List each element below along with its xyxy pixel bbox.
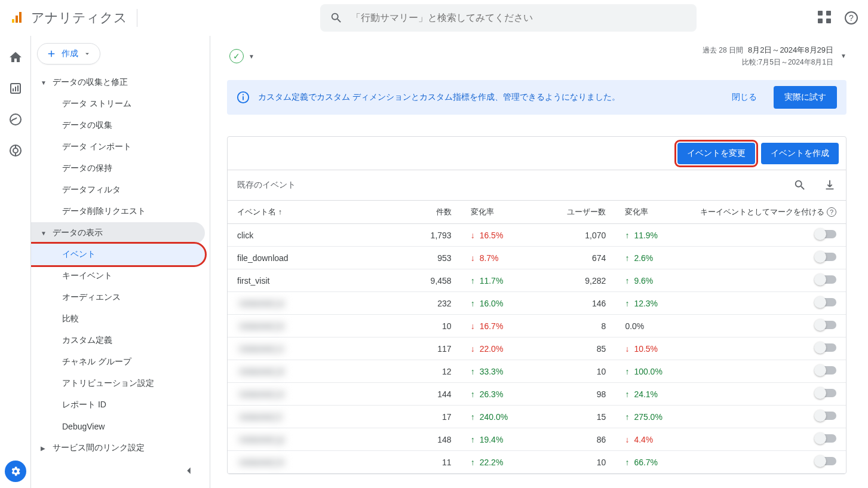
key-event-toggle[interactable]	[816, 321, 836, 329]
col-key-event: キーイベントとしてマークを付ける?	[682, 201, 846, 224]
card-subtitle: 既存のイベント	[237, 180, 296, 191]
svg-rect-8	[17, 85, 19, 91]
key-event-toggle[interactable]	[816, 389, 836, 397]
svg-text:?: ?	[849, 13, 854, 23]
table-row: redacted_c117↓22.0%85↓10.5%	[228, 337, 846, 360]
collapse-sidebar-button[interactable]	[182, 464, 195, 481]
key-event-toggle[interactable]	[816, 434, 836, 443]
tree-group-display[interactable]: ▼ データの表示	[31, 222, 205, 244]
brand-title: アナリティクス	[31, 9, 137, 27]
info-banner: カスタム定義でカスタム ディメンションとカスタム指標を作成、管理できるようになり…	[227, 80, 846, 115]
key-event-toggle[interactable]	[816, 253, 836, 261]
tree-group-links[interactable]: ▶ サービス間のリンク設定	[31, 437, 210, 459]
col-users-delta[interactable]: 変化率	[615, 201, 682, 224]
table-row: click1,793↓16.5%1,070↑11.9%	[228, 224, 846, 247]
key-event-toggle[interactable]	[816, 298, 836, 306]
chevron-left-icon	[182, 464, 195, 477]
col-count-delta[interactable]: 変化率	[461, 201, 522, 224]
key-event-toggle[interactable]	[816, 230, 836, 238]
card-subtitle-row: 既存のイベント	[228, 170, 846, 200]
table-search-icon[interactable]	[793, 179, 806, 192]
arrow-down-icon: ↓	[625, 435, 629, 444]
svg-point-9	[10, 114, 21, 125]
explore-icon[interactable]	[8, 112, 23, 127]
sidebar-item[interactable]: データの保持	[31, 158, 210, 179]
create-event-button[interactable]: イベントを作成	[761, 143, 839, 164]
event-name-blurred: redacted_h	[237, 458, 286, 467]
status-check-icon[interactable]: ✓	[229, 49, 244, 63]
arrow-down-icon: ↓	[625, 344, 629, 354]
sidebar-item[interactable]: チャネル グループ	[31, 351, 210, 373]
key-event-toggle[interactable]	[816, 366, 836, 375]
home-icon[interactable]	[8, 50, 23, 65]
svg-rect-14	[243, 94, 244, 96]
svg-rect-7	[15, 87, 16, 91]
event-name[interactable]: first_visit	[237, 276, 269, 286]
status-dropdown-caret[interactable]: ▼	[249, 53, 254, 60]
reports-icon[interactable]	[8, 81, 23, 96]
arrow-up-icon: ↑	[471, 458, 475, 467]
download-icon[interactable]	[823, 179, 836, 192]
date-range-picker[interactable]: 過去 28 日間8月2日～2024年8月29日 比較:7月5日～2024年8月1…	[703, 44, 846, 68]
svg-point-11	[13, 148, 18, 153]
key-event-toggle[interactable]	[816, 275, 836, 284]
sidebar-item[interactable]: データ ストリーム	[31, 93, 210, 115]
search-input[interactable]	[351, 13, 687, 23]
event-name-blurred: redacted_a	[237, 299, 286, 308]
sidebar-item[interactable]: DebugView	[31, 416, 210, 437]
arrow-up-icon: ↑	[625, 367, 629, 376]
event-name-blurred: redacted_d	[237, 367, 286, 376]
sidebar-item[interactable]: データフィルタ	[31, 179, 210, 201]
create-button[interactable]: 作成	[37, 43, 100, 65]
chevron-down-icon	[83, 50, 91, 58]
event-name[interactable]: click	[237, 231, 253, 240]
event-name[interactable]: file_download	[237, 253, 289, 263]
sidebar-item[interactable]: データ削除リクエスト	[31, 201, 210, 222]
table-row: redacted_h11↑22.2%10↑66.7%	[228, 451, 846, 474]
sidebar-item[interactable]: オーディエンス	[31, 287, 210, 308]
admin-gear-button[interactable]	[5, 461, 26, 482]
help-icon[interactable]: ?	[844, 11, 858, 25]
sidebar-item[interactable]: アトリビューション設定	[31, 373, 210, 394]
event-name-blurred: redacted_e	[237, 389, 286, 399]
sort-asc-icon: ↑	[278, 207, 283, 216]
create-button-label: 作成	[62, 48, 78, 59]
help-icon[interactable]: ?	[827, 207, 836, 217]
banner-close-button[interactable]: 閉じる	[723, 88, 765, 106]
sidebar-item[interactable]: イベント	[31, 244, 205, 265]
tree-group-collect[interactable]: ▼ データの収集と修正	[31, 72, 210, 93]
key-event-toggle[interactable]	[816, 412, 836, 420]
svg-rect-13	[243, 96, 244, 100]
sidebar-item[interactable]: レポート ID	[31, 394, 210, 416]
col-event-name[interactable]: イベント名 ↑	[228, 201, 403, 224]
gear-icon	[10, 465, 22, 477]
sidebar-item[interactable]: カスタム定義	[31, 330, 210, 351]
events-table: イベント名 ↑ 件数 変化率 ユーザー数 変化率 キーイベントとしてマークを付け…	[228, 200, 846, 474]
date-compare: 比較:7月5日～2024年8月1日	[703, 57, 833, 68]
arrow-up-icon: ↑	[625, 389, 629, 399]
key-event-toggle[interactable]	[816, 343, 836, 352]
sidebar-item[interactable]: データ インポート	[31, 136, 210, 158]
key-event-toggle[interactable]	[816, 457, 836, 465]
table-row: redacted_a232↑16.0%146↑12.3%	[228, 292, 846, 315]
sidebar-item[interactable]: キーイベント	[31, 265, 210, 287]
chevron-down-icon: ▼	[841, 51, 846, 61]
caret-icon: ▼	[41, 230, 53, 237]
arrow-up-icon: ↑	[471, 412, 475, 422]
svg-rect-6	[13, 88, 14, 91]
arrow-up-icon: ↑	[471, 367, 475, 376]
table-row: redacted_e144↑26.3%98↑24.1%	[228, 383, 846, 406]
modify-event-button[interactable]: イベントを変更	[677, 143, 755, 164]
apps-icon[interactable]	[818, 11, 832, 25]
search-box[interactable]	[320, 4, 697, 32]
banner-try-button[interactable]: 実際に試す	[774, 86, 837, 109]
sidebar-item[interactable]: 比較	[31, 308, 210, 330]
tree-group-label: データの表示	[53, 228, 103, 238]
col-count[interactable]: 件数	[403, 201, 461, 224]
col-users[interactable]: ユーザー数	[522, 201, 615, 224]
arrow-up-icon: ↑	[625, 299, 629, 308]
tree-group-label: サービス間のリンク設定	[53, 443, 145, 453]
sidebar-item[interactable]: データの収集	[31, 115, 210, 136]
advertising-icon[interactable]	[8, 143, 23, 158]
app-header: アナリティクス ?	[0, 0, 868, 36]
